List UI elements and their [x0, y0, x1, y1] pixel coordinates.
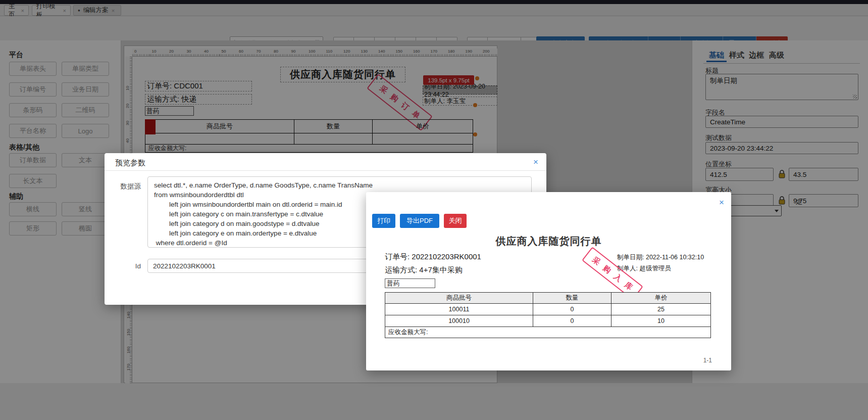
close-icon[interactable]: × — [533, 158, 538, 166]
preview-maker: 制单人: 超级管理员 — [617, 264, 671, 273]
preview-th-qty: 数量 — [533, 293, 611, 303]
preview-doc-title: 供应商入库随货同行单 — [366, 235, 731, 248]
preview-th-price: 单价 — [611, 293, 710, 303]
id-label: Id — [121, 262, 141, 270]
preview-amount-caps: 应收金额大写: — [385, 327, 710, 338]
datasource-label: 数据源 — [113, 182, 141, 191]
close-icon[interactable]: × — [719, 198, 724, 207]
preview-table: 商品批号 数量 单价 100011 0 25 100010 0 10 应收金额大… — [385, 292, 711, 338]
modal-header-divider — [105, 170, 546, 171]
preview-make-date: 制单日期: 2022-11-06 10:32:10 — [617, 253, 704, 262]
cell-batch: 100010 — [385, 315, 533, 326]
preview-th-batch: 商品批号 — [385, 293, 533, 303]
preview-order-no: 订单号: 2022102203RK0001 — [385, 252, 481, 262]
close-preview-button[interactable]: 关闭 — [444, 214, 467, 228]
cell-price: 25 — [611, 304, 710, 315]
cell-batch: 100011 — [385, 304, 533, 315]
cell-qty: 0 — [533, 315, 611, 326]
preview-transport: 运输方式: 4+7集中采购 — [385, 265, 463, 275]
cell-price: 10 — [611, 315, 710, 326]
app-root: 主页 × 打印模板 × ● 编辑方案 × 入库随货同行单（列表式）【带 A3 A… — [0, 0, 868, 420]
page-indicator: 1-1 — [689, 357, 712, 364]
print-button[interactable]: 打印 — [372, 214, 395, 228]
modal-title: 预览参数 — [115, 158, 145, 168]
cell-qty: 0 — [533, 304, 611, 315]
print-preview-modal: × 打印 导出PDF 关闭 供应商入库随货同行单 订单号: 2022102203… — [366, 192, 731, 370]
table-row: 100010 0 10 — [385, 315, 710, 327]
export-pdf-button[interactable]: 导出PDF — [400, 214, 439, 228]
preview-drug-type: 普药 — [385, 278, 435, 288]
table-row: 100011 0 25 — [385, 304, 710, 315]
